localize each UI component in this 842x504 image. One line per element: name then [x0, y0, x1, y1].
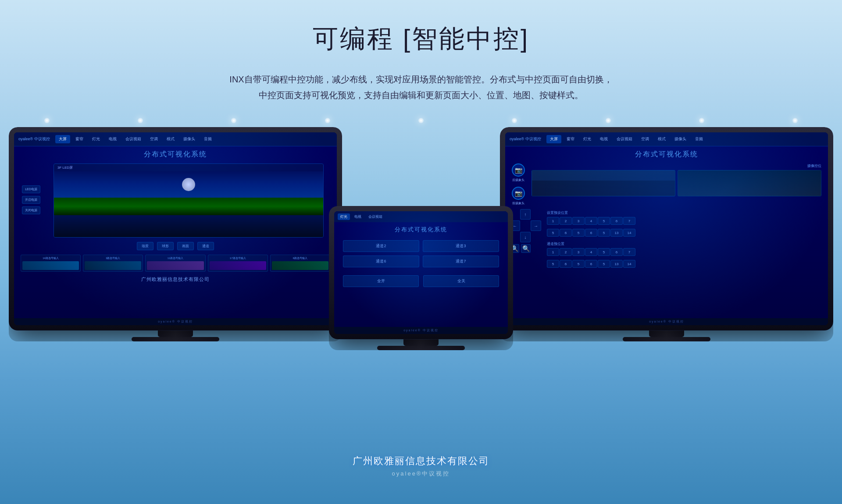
nav-btn-shexiangtou[interactable]: 摄像头 [180, 135, 199, 143]
goto-10[interactable]: 5 [572, 260, 585, 268]
goto-8[interactable]: 5 [547, 260, 559, 268]
nav-btn-chuanglian[interactable]: 窗帘 [72, 135, 87, 143]
nav-btn-moshi[interactable]: 模式 [163, 135, 178, 143]
signal-input-3[interactable]: 11路选号输入 [145, 255, 205, 272]
led-moon [182, 178, 195, 191]
nav-btn-dapin[interactable]: 大屏 [55, 135, 70, 143]
ceiling-light [231, 118, 236, 123]
preset-12[interactable]: 5 [598, 229, 610, 237]
preset-1[interactable]: 1 [547, 217, 559, 225]
btn-screen[interactable]: 画面 [177, 242, 194, 250]
goto-6[interactable]: 6 [610, 248, 623, 256]
btn-open-power[interactable]: 开启电源 [22, 196, 40, 204]
preset-6[interactable]: 6 [610, 217, 623, 225]
signal-input-5[interactable]: 6路选号输入 [270, 255, 330, 272]
monitor-right-brand: oyalee® 中议视控 [649, 319, 684, 324]
nav-btn-kongtiao[interactable]: 空调 [146, 135, 161, 143]
goto-12[interactable]: 5 [598, 260, 610, 268]
monitor-middle-title: 分布式可视化系统 [334, 222, 508, 236]
btn-channel-3[interactable]: 通道3 [423, 240, 499, 252]
right-nav-dengguang[interactable]: 灯光 [580, 135, 595, 143]
goto-1[interactable]: 1 [547, 248, 559, 256]
mid-nav-huiyishixiang[interactable]: 会议视箱 [366, 213, 385, 220]
goto-7[interactable]: 7 [623, 248, 635, 256]
preset-7[interactable]: 7 [623, 217, 635, 225]
goto-5[interactable]: 5 [598, 248, 610, 256]
signal-input-4[interactable]: 17路选号输入 [208, 255, 268, 272]
signal-input-2[interactable]: 3路选号输入 [83, 255, 143, 272]
right-nav-chuanglian[interactable]: 窗帘 [563, 135, 578, 143]
btn-channel[interactable]: 通道 [197, 242, 214, 250]
monitor-right-bottom-bar: oyalee® 中议视控 [505, 318, 828, 325]
right-nav-dapin[interactable]: 大屏 [546, 135, 561, 143]
led-grass [54, 198, 323, 215]
signal-label-1: 14路选号输入 [22, 256, 79, 260]
monitor-middle-bottom-bar: oyalee® 中议视控 [334, 327, 508, 334]
goto-13[interactable]: 13 [610, 260, 623, 268]
cam-circle-back[interactable]: 📷 [512, 163, 525, 177]
goto-14[interactable]: 14 [623, 260, 635, 268]
monitor-right-screen: oyalee® 中议视控 大屏 窗帘 灯光 电视 会议视箱 空调 模式 摄像头 … [505, 132, 828, 325]
right-nav-huiyishixiang[interactable]: 会议视箱 [613, 135, 636, 143]
btn-channel-7[interactable]: 通道7 [423, 256, 499, 267]
preset-3[interactable]: 3 [572, 217, 585, 225]
preset-9[interactable]: 6 [560, 229, 572, 237]
right-nav-dianshi[interactable]: 电视 [596, 135, 611, 143]
header-section: 可编程 [智能中控] INX自带可编程中控功能，减少布线，实现对应用场景的智能管… [0, 0, 842, 116]
dir-btn-up[interactable]: ↑ [520, 209, 531, 220]
signal-thumb-3 [147, 261, 203, 270]
goto-3[interactable]: 3 [572, 248, 585, 256]
preview-area: 摄像控位 [532, 163, 821, 206]
nav-btn-dengguang[interactable]: 灯光 [89, 135, 103, 143]
signal-input-1[interactable]: 14路选号输入 [21, 255, 81, 272]
preset-8[interactable]: 5 [547, 229, 559, 237]
btn-sphere[interactable]: 球形 [157, 242, 174, 250]
preset-2[interactable]: 2 [560, 217, 572, 225]
dir-btn-down[interactable]: ↓ [520, 232, 531, 242]
preview-thumb-1 [532, 170, 675, 196]
btn-scene[interactable]: 场景 [137, 242, 153, 250]
dir-btn-right[interactable]: → [531, 220, 541, 231]
preset-5[interactable]: 5 [598, 217, 610, 225]
monitor-middle-brand: oyalee® 中议视控 [403, 328, 439, 333]
zoom-buttons: 🔍 🔍 [510, 244, 540, 253]
right-nav-yinpin[interactable]: 音频 [692, 135, 706, 143]
cam-circle-front[interactable]: 📷 [512, 187, 525, 200]
preset-14[interactable]: 14 [623, 229, 635, 237]
all-controls: 全开 全关 [334, 272, 508, 291]
monitor-middle-stand [329, 339, 513, 350]
right-nav-kongtiao[interactable]: 空调 [638, 135, 653, 143]
btn-led-power[interactable]: LED电源 [22, 185, 40, 193]
nav-btn-huiyishixiang[interactable]: 会议视箱 [122, 135, 145, 143]
nav-btn-dianshi[interactable]: 电视 [105, 135, 120, 143]
ceiling-light [138, 118, 143, 123]
preset-11[interactable]: 6 [585, 229, 597, 237]
page-title: 可编程 [智能中控] [0, 22, 842, 56]
monitor-right-navbar: oyalee® 中议视控 大屏 窗帘 灯光 电视 会议视箱 空调 模式 摄像头 … [505, 132, 828, 146]
monitor-left-title: 分布式可视化系统 [14, 146, 337, 161]
goto-2[interactable]: 2 [560, 248, 572, 256]
nav-btn-yinpin[interactable]: 音频 [200, 135, 215, 143]
monitor-middle-content: 灯光 电视 会议视箱 分布式可视化系统 通道2 通道3 通道6 通道7 [334, 211, 508, 334]
mid-nav-dianshi[interactable]: 电视 [352, 213, 364, 220]
preset-grids: 设置预设位置 1 2 3 4 5 6 7 [545, 209, 824, 269]
mid-nav-dengguang[interactable]: 灯光 [338, 213, 350, 220]
preset-10[interactable]: 5 [572, 229, 585, 237]
btn-close-power[interactable]: 关闭电源 [22, 206, 40, 214]
subtitle-line2: 中控页面支持可视化预览，支持自由编辑和更新页面大小、位置、地图、按键样式。 [0, 87, 842, 103]
right-nav-moshi[interactable]: 模式 [654, 135, 669, 143]
right-nav-shexiangtou[interactable]: 摄像头 [671, 135, 690, 143]
btn-channel-6[interactable]: 通道6 [343, 256, 419, 267]
btn-all-on[interactable]: 全开 [343, 275, 419, 287]
goto-11[interactable]: 6 [585, 260, 597, 268]
preset-4[interactable]: 4 [585, 217, 597, 225]
goto-4[interactable]: 4 [585, 248, 597, 256]
btn-all-off[interactable]: 全关 [423, 275, 499, 287]
monitor-right-title: 分布式可视化系统 [505, 146, 828, 161]
btn-zoom-in[interactable]: 🔍 [521, 244, 531, 253]
ceiling-light [44, 118, 50, 123]
preset-13[interactable]: 13 [610, 229, 623, 237]
btn-channel-2[interactable]: 通道2 [343, 240, 419, 252]
dir-empty-2 [531, 209, 541, 220]
goto-9[interactable]: 6 [560, 260, 572, 268]
